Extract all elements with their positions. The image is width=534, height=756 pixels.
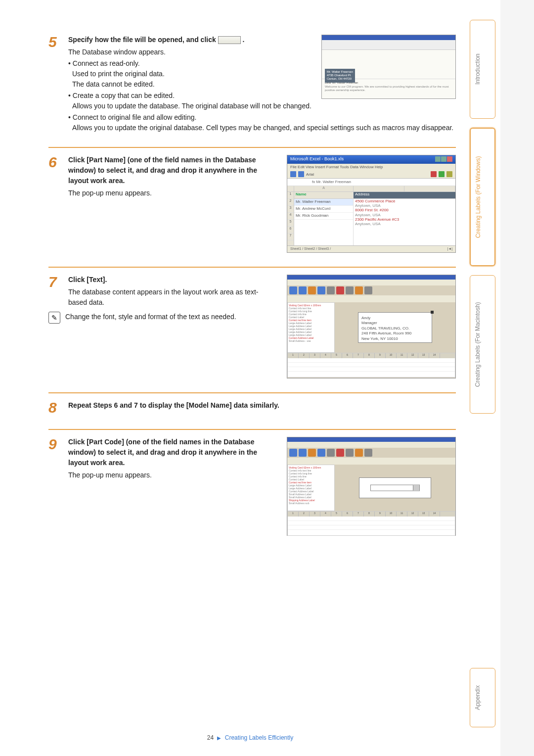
pt-field-dropdown <box>370 485 420 491</box>
excel-toolbar: Arial <box>287 170 455 179</box>
step6-title: Click [Part Name] (one of the field name… <box>68 155 277 186</box>
step-number: 7 <box>48 275 64 289</box>
step8-title: Repeat Steps 6 and 7 to display the [Mod… <box>68 400 456 411</box>
screenshot-ptouch-barcode: Visiting Card 62mm x 100mm Contact info … <box>287 437 456 536</box>
screenshot-excel: Microsoft Excel - Book1.xls File Edit Vi… <box>287 155 456 253</box>
tab-macintosh[interactable]: Creating Labels (For Macintosh) <box>470 275 495 414</box>
excel-title: Microsoft Excel - Book1.xls <box>290 156 344 163</box>
excel-cell: Mr. Walter Freeman <box>294 199 353 206</box>
step5-title: Specify how the file will be opened, and… <box>68 35 312 45</box>
excel-address: 4500 Commerce Place Anytown, USA 8000 Fi… <box>354 199 455 226</box>
excel-col-a-header: Name <box>294 192 353 199</box>
excel-cell: Mr. Rick Goodman <box>294 213 353 220</box>
step-number: 9 <box>48 437 64 452</box>
excel-font: Arial <box>306 172 314 177</box>
excel-col-b-header: Address <box>354 192 455 199</box>
step7-note: Change the font, style and format of the… <box>65 312 277 322</box>
note-icon: ✎ <box>48 312 60 324</box>
step-number: 6 <box>48 155 64 170</box>
tab-appendix[interactable]: Appendix <box>470 668 495 727</box>
address-label: Mr. Walter Freeman 4735 Chatsford Pl. Ca… <box>325 69 355 83</box>
pt-database-grid: 1234567891011121314 <box>287 511 455 536</box>
step5-b1: • Connect as read-only. <box>68 58 312 69</box>
excel-cell: Mr. Andrew McCord <box>294 206 353 213</box>
step-number: 8 <box>48 400 64 415</box>
page-footer: 24 ▶ Creating Labels Efficiently <box>0 734 500 741</box>
pt-label-empty <box>359 477 431 498</box>
triangle-icon: ▶ <box>217 735 221 741</box>
step5-b3: • Connect to original file and allow edi… <box>68 112 456 123</box>
pt-side-panel: Visiting Card 62mm x 100mm Contact info … <box>287 302 335 353</box>
excel-formula-bar: fx Mr. Walter Freeman <box>287 179 455 186</box>
window-buttons <box>435 156 452 163</box>
footer-link[interactable]: Creating Labels Efficiently <box>225 734 294 741</box>
pt-side-panel: Visiting Card 62mm x 100mm Contact info … <box>287 465 335 511</box>
step-number: 5 <box>48 35 64 49</box>
step5-b1b: The data cannot be edited. <box>72 79 312 90</box>
pt-database-grid: 1234567891011121314 <box>287 353 455 378</box>
step5-b3a: Allows you to update the original databa… <box>72 123 456 133</box>
letter-body: Welcome to our CM program. We are commit… <box>325 85 452 92</box>
step7-title: Click [Text]. <box>68 275 277 285</box>
excel-sheet-tabs: Sheet1 / Sheet2 / Sheet3 / <box>290 247 331 253</box>
step5-b1a: Used to print the original data. <box>72 69 312 79</box>
screenshot-word-doc: Mr. Walter Freeman 4735 Chatsford Pl. Ca… <box>321 35 456 99</box>
step9-desc: The pop-up menu appears. <box>68 470 277 480</box>
pt-label-preview: Andy Manager GLOBAL TRAVELING, CO. 248 F… <box>358 312 432 343</box>
step6-desc: The pop-up menu appears. <box>68 188 277 198</box>
step5-b2a: Allows you to update the database. The o… <box>72 101 456 111</box>
excel-menu: File Edit View Insert Format Tools Data … <box>287 164 455 170</box>
step5-title-b: . <box>243 36 245 44</box>
tab-introduction[interactable]: Introduction <box>470 20 495 119</box>
step5-title-a: Specify how the file will be opened, and… <box>68 36 218 44</box>
step5-b2: • Create a copy that can be edited. <box>68 91 312 101</box>
step9-title: Click [Part Code] (one of the field name… <box>68 437 277 468</box>
step5-desc: The Database window appears. <box>68 47 312 57</box>
screenshot-ptouch-text: Visiting Card 62mm x 100mm Contact info … <box>287 275 456 378</box>
tab-windows[interactable]: Creating Labels (For Windows) <box>470 128 495 266</box>
page-number: 24 <box>207 734 214 741</box>
open-button-image <box>218 36 241 44</box>
step7-desc: The database content appears in the layo… <box>68 287 277 308</box>
